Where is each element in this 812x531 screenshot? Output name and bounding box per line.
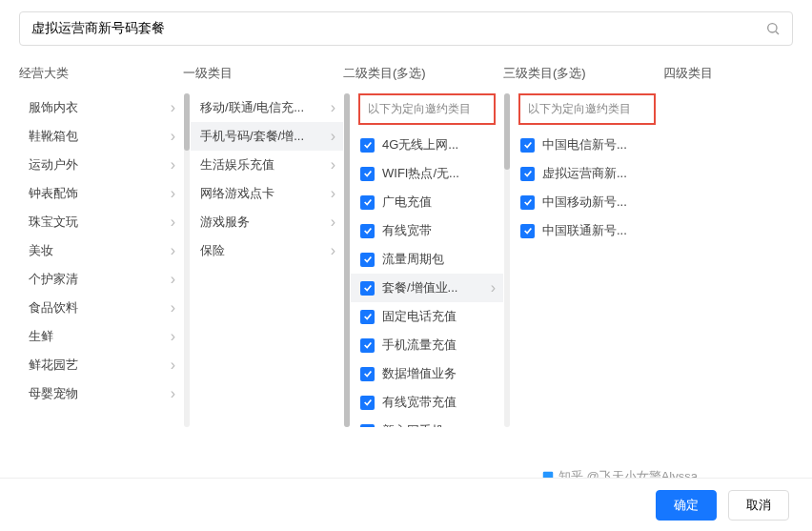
list-item[interactable]: 钟表配饰› <box>19 179 183 208</box>
list-item[interactable]: 有线宽带 <box>351 216 503 245</box>
checkbox-checked[interactable] <box>360 338 375 353</box>
checkbox-checked[interactable] <box>360 367 375 381</box>
list-item[interactable]: 美妆› <box>19 236 183 265</box>
list-item[interactable]: 中国联通新号... <box>511 216 663 245</box>
chevron-right-icon: › <box>171 386 175 401</box>
list-item[interactable]: 手机流量充值 <box>351 331 503 359</box>
item-label: 生鲜 <box>29 328 167 345</box>
list-item[interactable]: 手机号码/套餐/增...› <box>191 122 343 151</box>
chevron-right-icon: › <box>171 100 175 115</box>
list-item[interactable]: 中国移动新号... <box>511 188 663 216</box>
list-item[interactable]: 鲜花园艺› <box>19 351 183 379</box>
item-label: 珠宝文玩 <box>29 214 167 231</box>
list-item[interactable]: 广电充值 <box>351 188 503 216</box>
chevron-right-icon: › <box>171 243 175 258</box>
confirm-button[interactable]: 确定 <box>656 490 717 521</box>
item-label: 广电充值 <box>382 194 496 211</box>
list-item[interactable]: 中国电信新号... <box>511 131 663 159</box>
list-item[interactable]: 套餐/增值业...› <box>351 274 503 302</box>
item-label: 保险 <box>200 242 327 259</box>
checkbox-checked[interactable] <box>520 224 535 238</box>
list-item[interactable]: 食品饮料› <box>19 294 183 322</box>
list-item[interactable]: 流量周期包 <box>351 245 503 274</box>
chevron-right-icon: › <box>331 129 335 144</box>
footer: 确定 取消 <box>0 478 812 531</box>
invite-header-l2: 以下为定向邀约类目 <box>358 93 496 125</box>
list-item[interactable]: 鞋靴箱包› <box>19 122 183 151</box>
scrollbar-col1[interactable] <box>343 93 351 427</box>
checkbox-checked[interactable] <box>360 281 375 296</box>
list-item[interactable]: 固定电话充值 <box>351 302 503 331</box>
list-item[interactable]: 游戏服务› <box>191 208 343 236</box>
scrollbar-col0[interactable] <box>183 93 191 427</box>
item-label: 中国联通新号... <box>542 222 656 239</box>
checkbox-checked[interactable] <box>360 396 375 410</box>
column-l2: 以下为定向邀约类目 4G无线上网...WIFI热点/无...广电充值有线宽带流量… <box>351 93 503 427</box>
search-icon[interactable] <box>765 21 781 36</box>
checkbox-checked[interactable] <box>360 167 375 181</box>
chevron-right-icon: › <box>331 186 335 201</box>
item-label: WIFI热点/无... <box>382 165 496 182</box>
search-bar[interactable] <box>19 11 793 46</box>
chevron-right-icon: › <box>491 280 496 296</box>
item-label: 运动户外 <box>29 156 167 174</box>
header-category-l1: 一级类目 <box>183 65 343 82</box>
item-label: 固定电话充值 <box>382 308 496 325</box>
chevron-right-icon: › <box>171 329 175 344</box>
item-label: 手机号码/套餐/增... <box>200 128 327 145</box>
list-item[interactable]: 虚拟运营商新... <box>511 159 663 188</box>
checkbox-checked[interactable] <box>520 138 535 153</box>
item-label: 手机流量充值 <box>382 337 496 354</box>
list-item[interactable]: 4G无线上网... <box>351 131 503 159</box>
item-label: 游戏服务 <box>200 214 327 231</box>
checkbox-checked[interactable] <box>360 253 375 267</box>
item-label: 流量周期包 <box>382 251 496 268</box>
item-label: 虚拟运营商新... <box>542 165 656 182</box>
chevron-right-icon: › <box>171 214 175 230</box>
list-item[interactable]: 数据增值业务 <box>351 359 503 388</box>
checkbox-checked[interactable] <box>520 167 535 181</box>
list-item[interactable]: 运动户外› <box>19 151 183 179</box>
chevron-right-icon: › <box>171 129 175 144</box>
column-l1: 移动/联通/电信充...›手机号码/套餐/增...›生活娱乐充值›网络游戏点卡›… <box>191 93 343 427</box>
list-item[interactable]: 珠宝文玩› <box>19 208 183 236</box>
chevron-right-icon: › <box>331 100 335 115</box>
chevron-right-icon: › <box>331 157 335 173</box>
chevron-right-icon: › <box>171 272 175 287</box>
list-item[interactable]: WIFI热点/无... <box>351 159 503 188</box>
search-input[interactable] <box>31 21 765 36</box>
checkbox-checked[interactable] <box>360 424 375 428</box>
checkbox-checked[interactable] <box>520 195 535 210</box>
item-label: 美妆 <box>29 242 167 259</box>
list-item[interactable]: 母婴宠物› <box>19 379 183 408</box>
item-label: 有线宽带 <box>382 222 496 239</box>
column-headers: 经营大类 一级类目 二级类目(多选) 三级类目(多选) 四级类目 <box>0 46 812 93</box>
list-item[interactable]: 网络游戏点卡› <box>191 179 343 208</box>
item-label: 鲜花园艺 <box>29 357 167 374</box>
item-label: 食品饮料 <box>29 299 167 317</box>
item-label: 套餐/增值业... <box>382 279 487 296</box>
checkbox-checked[interactable] <box>360 224 375 238</box>
checkbox-checked[interactable] <box>360 195 375 210</box>
list-item[interactable]: 新入网手机 <box>351 417 503 427</box>
list-item[interactable]: 有线宽带充值 <box>351 388 503 417</box>
list-item[interactable]: 生活娱乐充值› <box>191 151 343 179</box>
chevron-right-icon: › <box>171 357 175 373</box>
list-item[interactable]: 移动/联通/电信充...› <box>191 93 343 122</box>
checkbox-checked[interactable] <box>360 310 375 324</box>
list-item[interactable]: 生鲜› <box>19 322 183 351</box>
column-l4 <box>663 93 778 427</box>
item-label: 新入网手机 <box>382 422 496 427</box>
list-item[interactable]: 服饰内衣› <box>19 93 183 122</box>
item-label: 生活娱乐充值 <box>200 156 327 174</box>
checkbox-checked[interactable] <box>360 138 375 153</box>
item-label: 网络游戏点卡 <box>200 185 327 202</box>
list-item[interactable]: 个护家清› <box>19 265 183 294</box>
item-label: 有线宽带充值 <box>382 394 496 411</box>
list-item[interactable]: 保险› <box>191 236 343 265</box>
chevron-right-icon: › <box>171 186 175 201</box>
chevron-right-icon: › <box>331 214 335 230</box>
cancel-button[interactable]: 取消 <box>728 490 789 521</box>
header-category-l2: 二级类目(多选) <box>343 65 503 82</box>
scrollbar-col2[interactable] <box>503 93 511 427</box>
